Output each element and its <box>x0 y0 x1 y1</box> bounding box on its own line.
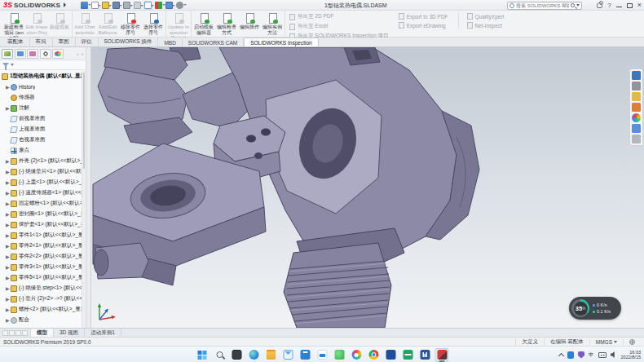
qat-icon[interactable] <box>134 2 141 9</box>
touch-keyboard-icon[interactable] <box>598 352 607 358</box>
close-button[interactable]: × <box>637 2 642 9</box>
ribbon-tab[interactable]: SOLIDWORKS CAM <box>183 38 244 46</box>
tree-item[interactable]: ▶ 传感器 <box>0 92 82 103</box>
tree-item[interactable]: ▶ 零件2<2> (默认<<默认>_显示状态 <box>0 251 82 262</box>
ribbon-button[interactable]: 编辑操作 <box>238 11 261 36</box>
manager-tab-icon[interactable] <box>2 49 13 59</box>
tree-item[interactable]: ▶ 密封圈<1> (默认<<默认>_显示状 <box>0 209 82 219</box>
task-pane-tab-icon[interactable] <box>632 103 641 112</box>
document-tab[interactable]: 运动算例1 <box>85 329 121 337</box>
document-tab[interactable]: 模型 <box>31 329 54 337</box>
taskbar-app[interactable] <box>298 348 312 362</box>
qat-icon[interactable] <box>123 2 130 9</box>
task-pane-tab-icon[interactable] <box>632 71 641 80</box>
clock[interactable]: 16:03 2022/8/15 <box>621 350 641 360</box>
ribbon-button[interactable]: 新建模板 <box>48 11 71 36</box>
tree-item[interactable]: ▶ 零件1<1> (默认<<默认>_显示状态 <box>0 230 82 241</box>
tree-item[interactable]: ▶ (-) 绝缘垫.step<1> (默认<<默认> <box>0 283 82 294</box>
export-command[interactable]: 导出至 Excel <box>289 23 389 30</box>
taskbar-app[interactable] <box>196 348 210 362</box>
qat-icon[interactable] <box>81 2 88 9</box>
help-search-box[interactable] <box>507 2 582 10</box>
task-pane-tab-icon[interactable] <box>632 113 641 122</box>
document-tab[interactable]: 3D 视图 <box>54 329 85 337</box>
tree-item[interactable]: ▶ (-) 上盖<1> (默认<<默认>_显示状 <box>0 177 82 188</box>
ribbon-tab[interactable]: SOLIDWORKS 插件 <box>99 37 159 46</box>
tree-item[interactable]: ▶ 保护套<1> (默认<<默认>_显示状 <box>0 219 82 230</box>
volume-icon[interactable] <box>611 351 617 358</box>
taskbar-app[interactable] <box>264 348 278 362</box>
export-command[interactable]: Net-Inspect <box>467 22 505 29</box>
ribbon-button[interactable]: Update Inspection Project <box>167 11 190 36</box>
tree-item[interactable]: ▶ 配合 <box>0 315 82 325</box>
tree-item[interactable]: ▶ 上视基准面 <box>0 124 82 135</box>
tree-item[interactable]: ▶ (-) 垫片 (2)<2> ->? (默认<<默认> <box>0 294 82 304</box>
search-icon[interactable] <box>571 3 575 7</box>
tree-item[interactable]: ▶ 零件3<1> (默认<<默认>_显示状态 <box>0 262 82 272</box>
tree-scrollbar[interactable] <box>82 71 86 328</box>
restore-button[interactable] <box>627 3 633 8</box>
qat-icon[interactable] <box>91 2 99 9</box>
export-command[interactable]: 导出至 2D PDF <box>289 13 389 20</box>
task-pane-tab-icon[interactable] <box>632 135 641 143</box>
minimize-button[interactable] <box>616 7 622 8</box>
search-input[interactable] <box>516 3 569 8</box>
tree-item[interactable]: ▶ 零件2<1> (默认<<默认>_显示状态 <box>0 241 82 251</box>
manager-tab-icon[interactable] <box>52 49 64 59</box>
taskbar-app[interactable] <box>333 348 346 362</box>
tab-nav-cluster[interactable] <box>0 329 31 337</box>
taskbar-app[interactable] <box>230 348 244 362</box>
qat-icon[interactable] <box>112 2 120 9</box>
taskbar-app[interactable] <box>367 348 381 362</box>
ribbon-tab[interactable]: SOLIDWORKS Inspection <box>244 38 319 46</box>
model-3d-view[interactable] <box>91 47 644 328</box>
tree-item[interactable]: ▶ 注解 <box>0 103 82 113</box>
ribbon-button[interactable]: 编辑检查方式 <box>215 11 238 36</box>
tree-item[interactable]: ▶ 原点 <box>0 145 82 156</box>
ribbon-button[interactable]: 选择零件序号 <box>142 11 165 36</box>
ribbon-button[interactable]: 编辑实例方法 <box>261 11 284 36</box>
logo-expand-icon[interactable] <box>64 2 66 7</box>
taskbar-app[interactable] <box>315 348 329 362</box>
ribbon-button[interactable]: 启动模板编辑器 <box>192 11 215 36</box>
ribbon-tab[interactable]: 草图 <box>53 37 76 46</box>
taskbar-app[interactable] <box>350 348 364 362</box>
ribbon-tab[interactable]: MBD <box>158 38 182 46</box>
export-command[interactable]: Export eDrawing <box>399 22 448 29</box>
tree-item[interactable]: ▶ (-) 温度传感器<1> (默认<<默认>_ <box>0 188 82 198</box>
ribbon-tab[interactable]: 布局 <box>30 37 53 46</box>
manager-tab-icon[interactable] <box>40 49 51 59</box>
graphics-viewport[interactable]: 35% 0 K/s 0.1 K/s <box>91 47 644 328</box>
tree-scrollbar-thumb[interactable] <box>83 73 85 169</box>
manager-tab-arrows-icon[interactable]: ‹ › <box>77 51 84 56</box>
taskbar-app[interactable] <box>213 348 227 362</box>
taskbar-app[interactable] <box>418 348 432 362</box>
tree-item[interactable]: ▶ 零件5<1> (默认<<默认>_显示状态 <box>0 272 82 283</box>
taskbar-app[interactable] <box>435 348 449 362</box>
tree-item[interactable]: ▶ (-) 绝缘垫片<1> (默认<<默认>_显 <box>0 166 82 177</box>
task-pane-tab-icon[interactable] <box>632 82 641 90</box>
task-pane-tab-icon[interactable] <box>632 92 641 101</box>
tree-item[interactable]: ▶ 前视基准面 <box>0 113 82 124</box>
tree-item[interactable]: ▶ 右视基准面 <box>0 135 82 145</box>
help-button[interactable]: ? <box>607 2 611 9</box>
taskbar-app[interactable] <box>247 348 261 362</box>
net-speed-overlay[interactable]: 35% 0 K/s 0.1 K/s <box>569 297 621 320</box>
taskbar-app[interactable] <box>384 348 398 362</box>
ribbon-button[interactable]: Add Characteristic <box>73 11 96 36</box>
ime-indicator[interactable]: 中 <box>589 351 594 359</box>
login-icon[interactable] <box>597 2 602 8</box>
export-command[interactable]: QualityXpert <box>467 13 505 20</box>
qat-icon[interactable] <box>144 2 152 9</box>
ribbon-tab[interactable]: 评估 <box>76 37 99 46</box>
units-selector[interactable]: MMGS <box>589 339 623 345</box>
task-pane-tab-icon[interactable] <box>632 124 641 133</box>
export-command[interactable]: Export to 3D PDF <box>399 13 448 20</box>
search-caret-icon[interactable] <box>576 4 580 7</box>
tree-filter[interactable] <box>0 60 86 70</box>
tree-item[interactable]: ▶ History <box>0 82 82 92</box>
qat-icon[interactable] <box>155 2 162 9</box>
qat-icon[interactable] <box>176 2 183 9</box>
ribbon-button[interactable]: Add/Edit Balloons <box>96 11 119 36</box>
taskbar-app[interactable] <box>401 348 415 362</box>
